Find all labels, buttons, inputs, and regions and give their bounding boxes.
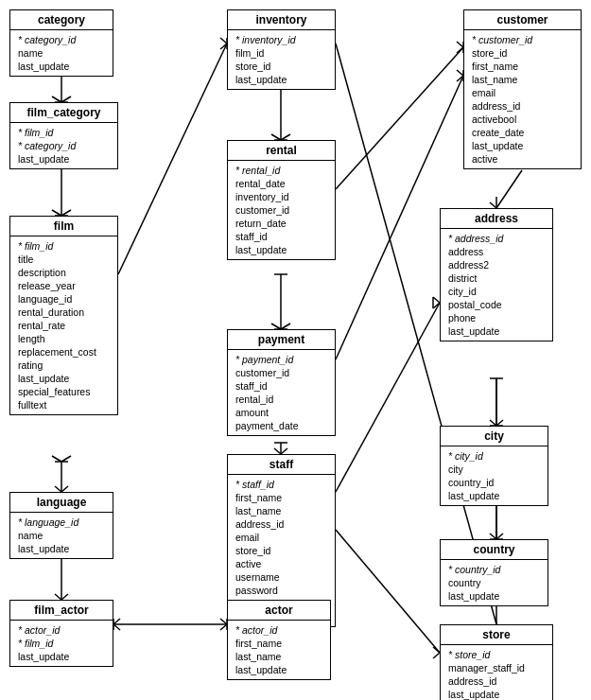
svg-line-62 <box>433 297 440 303</box>
entity-category: category* category_idnamelast_update <box>9 9 113 77</box>
field-country-country: country <box>448 576 540 589</box>
field-rental-rental-date: rental_date <box>235 177 327 190</box>
entity-country: country* country_idcountrylast_update <box>440 539 548 606</box>
field-address-district: district <box>448 271 545 285</box>
field-category-name: name <box>18 46 105 60</box>
field-staff---staff-id: * staff_id <box>235 478 327 491</box>
field-staff-username: username <box>235 570 327 584</box>
field-film-rating: rating <box>18 359 110 372</box>
field-film-special-features: special_features <box>18 385 110 398</box>
entity-header-country: country <box>441 540 548 560</box>
field-film---film-id: * film_id <box>18 239 110 253</box>
entity-header-film_actor: film_actor <box>10 601 113 621</box>
field-rental-last-update: last_update <box>235 243 327 256</box>
field-staff-first-name: first_name <box>235 491 327 504</box>
entity-city: city* city_idcitycountry_idlast_update <box>440 426 548 506</box>
entity-actor: actor* actor_idfirst_namelast_namelast_u… <box>227 600 331 680</box>
entity-header-store: store <box>441 625 552 645</box>
entity-film: film* film_idtitledescriptionrelease_yea… <box>9 216 118 415</box>
entity-body-inventory: * inventory_idfilm_idstore_idlast_update <box>228 30 335 89</box>
field-staff-last-name: last_name <box>235 504 327 517</box>
field-language-name: name <box>18 529 105 542</box>
entity-header-film_category: film_category <box>10 103 117 123</box>
field-customer-activebool: activebool <box>472 113 573 126</box>
entity-header-customer: customer <box>464 10 581 30</box>
field-actor-last-update: last_update <box>235 663 322 676</box>
entity-body-category: * category_idnamelast_update <box>10 30 113 76</box>
field-category---category-id: * category_id <box>18 33 105 46</box>
field-payment-payment-date: payment_date <box>235 419 327 432</box>
svg-line-45 <box>457 70 463 76</box>
field-city---city-id: * city_id <box>448 449 540 463</box>
entity-payment: payment* payment_idcustomer_idstaff_idre… <box>227 329 336 436</box>
field-address-last-update: last_update <box>448 324 545 338</box>
field-language-last-update: last_update <box>18 542 105 555</box>
svg-line-42 <box>457 47 463 53</box>
field-film-release-year: release_year <box>18 279 110 292</box>
entity-body-city: * city_idcitycountry_idlast_update <box>441 446 548 505</box>
field-staff-email: email <box>235 531 327 544</box>
field-film-title: title <box>18 253 110 266</box>
field-category-last-update: last_update <box>18 60 105 73</box>
field-rental-customer-id: customer_id <box>235 203 327 217</box>
entity-header-category: category <box>10 10 113 30</box>
svg-line-22 <box>118 44 227 274</box>
svg-line-24 <box>220 44 227 49</box>
field-film-rental-duration: rental_duration <box>18 306 110 319</box>
field-city-country-id: country_id <box>448 476 540 489</box>
entity-body-customer: * customer_idstore_idfirst_namelast_name… <box>464 30 581 168</box>
field-film_category---film-id: * film_id <box>18 126 110 139</box>
entity-customer: customer* customer_idstore_idfirst_namel… <box>463 9 582 169</box>
entity-header-payment: payment <box>228 330 335 350</box>
entity-header-language: language <box>10 493 113 513</box>
field-staff-store-id: store_id <box>235 544 327 557</box>
field-customer-last-update: last_update <box>472 139 573 152</box>
svg-line-70 <box>113 619 120 624</box>
svg-line-46 <box>457 76 463 81</box>
field-store-manager-staff-id: manager_staff_id <box>448 661 545 674</box>
svg-line-74 <box>220 624 227 630</box>
entity-body-actor: * actor_idfirst_namelast_namelast_update <box>228 621 330 679</box>
field-rental---rental-id: * rental_id <box>235 164 327 177</box>
field-city-last-update: last_update <box>448 489 540 502</box>
field-film-last-update: last_update <box>18 372 110 385</box>
svg-line-63 <box>433 303 440 308</box>
field-inventory-store-id: store_id <box>235 60 327 73</box>
svg-line-11 <box>52 456 61 462</box>
entity-header-rental: rental <box>228 141 335 161</box>
field-address-address: address <box>448 245 545 258</box>
svg-line-61 <box>336 303 440 492</box>
entity-store: store* store_idmanager_staff_idaddress_i… <box>440 624 553 700</box>
entity-header-actor: actor <box>228 601 330 621</box>
entity-body-film: * film_idtitledescriptionrelease_yearlan… <box>10 236 117 414</box>
field-language---language-id: * language_id <box>18 516 105 529</box>
field-film-rental-rate: rental_rate <box>18 319 110 332</box>
field-payment-customer-id: customer_id <box>235 366 327 379</box>
field-staff-address-id: address_id <box>235 517 327 531</box>
field-film-language-id: language_id <box>18 292 110 306</box>
field-inventory-last-update: last_update <box>235 73 327 86</box>
svg-line-12 <box>61 456 71 462</box>
field-customer-address-id: address_id <box>472 99 573 113</box>
entity-body-film_category: * film_id* category_idlast_update <box>10 123 117 168</box>
entity-film_category: film_category* film_id* category_idlast_… <box>9 102 118 169</box>
field-country-last-update: last_update <box>448 589 540 603</box>
field-staff-active: active <box>235 557 327 570</box>
field-country---country-id: * country_id <box>448 563 540 576</box>
field-customer-create-date: create_date <box>472 126 573 139</box>
field-rental-staff-id: staff_id <box>235 230 327 243</box>
field-rental-inventory-id: inventory_id <box>235 190 327 203</box>
svg-line-41 <box>457 42 463 47</box>
field-film-fulltext: fulltext <box>18 398 110 411</box>
entity-body-store: * store_idmanager_staff_idaddress_idlast… <box>441 645 552 700</box>
entity-header-inventory: inventory <box>228 10 335 30</box>
field-customer-first-name: first_name <box>472 60 573 73</box>
svg-line-71 <box>113 624 120 630</box>
entity-header-staff: staff <box>228 455 335 475</box>
field-address-phone: phone <box>448 311 545 324</box>
field-film_category---category-id: * category_id <box>18 139 110 152</box>
field-customer---customer-id: * customer_id <box>472 33 573 46</box>
svg-line-65 <box>336 530 440 653</box>
entity-inventory: inventory* inventory_idfilm_idstore_idla… <box>227 9 336 90</box>
field-actor---actor-id: * actor_id <box>235 623 322 637</box>
